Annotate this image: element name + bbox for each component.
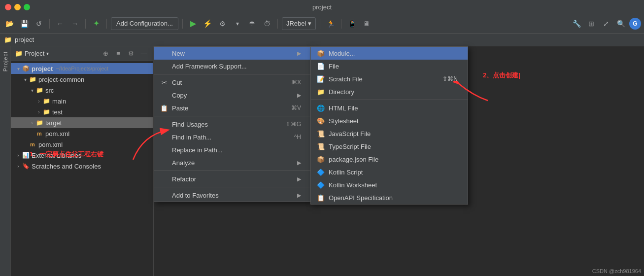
build-icon-2[interactable]: ⚙ <box>216 17 229 30</box>
jrebel-button[interactable]: JRebel ▾ <box>282 17 316 30</box>
js-icon: 📜 <box>316 130 326 138</box>
tree-item-src[interactable]: ▾ 📁 src <box>11 85 153 96</box>
expand-arrow[interactable]: › <box>35 98 42 104</box>
chevron-down-icon[interactable]: ▾ <box>46 51 49 56</box>
locate-icon[interactable]: ⊕ <box>100 48 111 59</box>
cursor-icon[interactable]: ✦ <box>90 17 102 30</box>
build-icon-3[interactable]: ▾ <box>231 17 244 30</box>
tree-item-label: project-common <box>38 76 84 83</box>
menu-item-add-framework[interactable]: Add Framework Support... <box>154 60 311 72</box>
maximize-button[interactable] <box>24 4 30 10</box>
tree-item-target[interactable]: › 📁 target <box>11 117 153 128</box>
settings-icon[interactable]: 🔧 <box>570 17 583 30</box>
menu-item-label: Copy <box>172 92 297 99</box>
submenu-item-package-json[interactable]: 📦 package.json File <box>311 153 468 166</box>
submenu-item-kotlin-script[interactable]: 🔷 Kotlin Script <box>311 166 468 178</box>
menu-item-paste[interactable]: 📋 Paste ⌘V <box>154 102 311 114</box>
submenu-item-kotlin-worksheet[interactable]: 🔷 Kotlin Worksheet <box>311 178 468 191</box>
submenu-item-label: OpenAPI Specification <box>329 194 393 202</box>
close-button[interactable] <box>5 4 11 10</box>
tree-item-external-libs[interactable]: › 📊 External Libraries <box>11 150 153 161</box>
back-icon[interactable]: ← <box>54 17 67 30</box>
window-controls[interactable] <box>5 4 30 10</box>
panel-title[interactable]: 📁 Project ▾ <box>15 50 49 57</box>
profile-icon[interactable]: ⏱ <box>261 17 273 30</box>
module-icon: 📦 <box>316 50 326 57</box>
side-tab[interactable]: Project <box>0 46 11 276</box>
tree-item-scratches[interactable]: › 🔖 Scratches and Consoles <box>11 161 153 172</box>
expand-arrow[interactable]: ▾ <box>22 76 29 83</box>
tree-item-project-common[interactable]: ▾ 📁 project-common <box>11 74 153 85</box>
add-configuration-button[interactable]: Add Configuration... <box>111 17 178 30</box>
window-icon[interactable]: ⤢ <box>600 17 612 30</box>
tree-item-main[interactable]: › 📁 main <box>11 96 153 106</box>
gear-icon[interactable]: ⚙ <box>126 48 136 59</box>
close-panel-icon[interactable]: — <box>138 48 149 59</box>
expand-arrow[interactable]: › <box>15 163 22 170</box>
library-icon: 📊 <box>22 151 30 159</box>
forward-icon[interactable]: → <box>68 17 81 30</box>
expand-arrow[interactable]: ▾ <box>15 65 22 72</box>
submenu-item-file[interactable]: 📄 File <box>311 60 468 72</box>
menu-item-find-usages[interactable]: Find Usages ⇧⌘G <box>154 118 311 131</box>
menu-item-find-in-path[interactable]: Find in Path... ^H <box>154 131 311 143</box>
menu-item-label: Replace in Path... <box>172 146 301 154</box>
submenu-item-ts[interactable]: 📜 TypeScript File <box>311 140 468 153</box>
expand-arrow[interactable]: › <box>15 152 22 159</box>
tree-item-label: pom.xml <box>38 141 63 148</box>
watermark: CSDN @zch981964 <box>592 268 641 274</box>
jrebel-run-icon[interactable]: 🏃 <box>324 17 337 30</box>
menu-item-cut[interactable]: ✂ Cut ⌘X <box>154 76 311 89</box>
menu-item-refactor[interactable]: Refactor ▶ <box>154 172 311 185</box>
side-tab-label[interactable]: Project <box>2 51 8 71</box>
expand-arrow[interactable]: › <box>29 119 35 126</box>
menu-item-label: Refactor <box>172 175 297 183</box>
context-menu: New ▶ Add Framework Support... ✂ Cut ⌘X … <box>154 46 311 202</box>
tree-item-pom1[interactable]: m pom.xml <box>11 128 153 139</box>
collapse-icon[interactable]: ≡ <box>113 48 124 59</box>
submenu-item-html[interactable]: 🌐 HTML File <box>311 102 468 114</box>
submenu-item-directory[interactable]: 📁 Directory <box>311 85 468 98</box>
device-icon[interactable]: 📱 <box>345 17 358 30</box>
save-icon[interactable]: 💾 <box>18 17 31 30</box>
build-icon-1[interactable]: ⚡ <box>202 17 214 30</box>
search-icon[interactable]: 🔍 <box>614 17 627 30</box>
expand-arrow[interactable]: ▾ <box>29 87 35 94</box>
submenu-item-label: Directory <box>329 88 354 96</box>
kotlin-script-icon: 🔷 <box>316 169 326 176</box>
submenu-item-stylesheet[interactable]: 🎨 Stylesheet <box>311 114 468 127</box>
project-header: 📁 project <box>0 34 644 46</box>
coverage-icon[interactable]: ☂ <box>246 17 259 30</box>
menu-item-copy[interactable]: Copy ▶ <box>154 89 311 102</box>
shortcut: ⇧⌘N <box>442 75 458 82</box>
submenu-item-js[interactable]: 📜 JavaScript File <box>311 127 468 140</box>
directory-icon: 📁 <box>316 88 326 96</box>
tree-item-label: External Libraries <box>32 152 81 159</box>
menu-item-add-favorites[interactable]: Add to Favorites ▶ <box>154 189 311 202</box>
menu-item-analyze[interactable]: Analyze ▶ <box>154 156 311 169</box>
avatar-icon[interactable]: G <box>629 18 641 30</box>
submenu-item-openapi[interactable]: 📋 OpenAPI Specification <box>311 191 468 204</box>
run-button[interactable]: ▶ <box>187 17 200 30</box>
xml-file-icon: m <box>35 130 43 138</box>
html-icon: 🌐 <box>316 104 326 112</box>
toolbar: 📂 💾 ↺ ← → ✦ Add Configuration... ▶ ⚡ ⚙ ▾… <box>0 14 644 34</box>
layout-icon[interactable]: ⊞ <box>585 17 598 30</box>
submenu-item-scratch[interactable]: 📝 Scratch File ⇧⌘N <box>311 72 468 85</box>
toolbar-separator-5 <box>277 19 278 29</box>
submenu-arrow: ▶ <box>297 176 301 182</box>
tree-item-test[interactable]: › 📁 test <box>11 106 153 117</box>
submenu-item-module[interactable]: 📦 Module... <box>311 47 468 60</box>
tree-item-project[interactable]: ▾ 📦 project ~/IdeaProjects/project <box>11 63 153 74</box>
menu-item-label: Paste <box>172 104 291 112</box>
expand-arrow[interactable]: › <box>35 108 42 115</box>
menu-item-new[interactable]: New ▶ <box>154 47 311 60</box>
submenu-item-label: HTML File <box>329 104 358 112</box>
tree-item-pom2[interactable]: m pom.xml <box>11 139 153 150</box>
file-tree: ▾ 📦 project ~/IdeaProjects/project ▾ 📁 p… <box>11 61 153 276</box>
open-folder-icon[interactable]: 📂 <box>3 17 16 30</box>
menu-item-replace-in-path[interactable]: Replace in Path... <box>154 143 311 156</box>
refresh-icon[interactable]: ↺ <box>33 17 45 30</box>
minimize-button[interactable] <box>14 4 21 10</box>
device-icon-2[interactable]: 🖥 <box>360 17 373 30</box>
